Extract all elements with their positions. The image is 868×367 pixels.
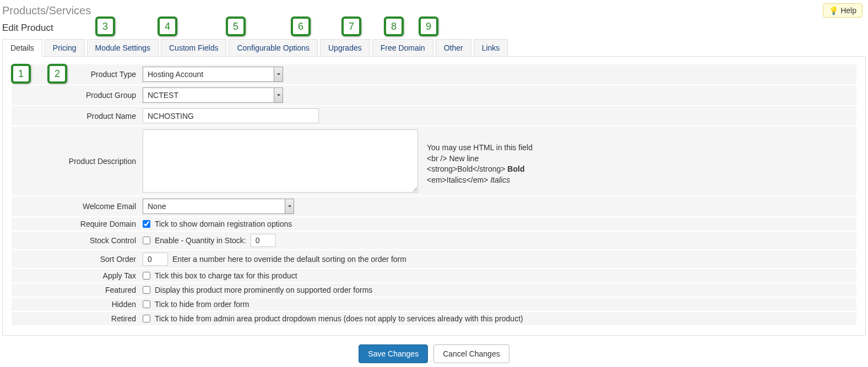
select-welcome-email-value: None bbox=[143, 199, 285, 213]
hint-em-text: Italics bbox=[490, 176, 510, 184]
label-product-name: Product Name bbox=[12, 112, 143, 120]
callout-3: 3 bbox=[95, 17, 115, 36]
lightbulb-icon: 💡 bbox=[829, 6, 838, 15]
row-welcome-email: Welcome Email None bbox=[12, 196, 856, 216]
label-retired: Retired bbox=[12, 314, 143, 323]
callout-5: 5 bbox=[226, 17, 246, 36]
checkbox-retired[interactable] bbox=[143, 315, 150, 322]
hint-br-code: <br /> bbox=[427, 154, 447, 163]
label-product-description: Product Description bbox=[12, 157, 143, 166]
row-sort-order: Sort Order Enter a number here to overri… bbox=[12, 250, 856, 268]
checkbox-hidden[interactable] bbox=[143, 300, 150, 308]
tab-other[interactable]: Other bbox=[436, 39, 471, 57]
row-product-description: Product Description You may use HTML in … bbox=[12, 127, 856, 195]
callout-1: 1 bbox=[11, 64, 31, 84]
input-product-name[interactable] bbox=[143, 108, 319, 123]
textarea-product-description[interactable] bbox=[143, 129, 418, 193]
select-product-group[interactable]: NCTEST bbox=[143, 87, 283, 103]
hint-strong-text: Bold bbox=[507, 165, 524, 173]
footer-buttons: Save Changes Cancel Changes bbox=[0, 336, 868, 367]
hint-em-code: <em>Italics</em> bbox=[427, 176, 488, 184]
label-sort-order: Sort Order bbox=[12, 255, 143, 264]
label-apply-tax: Apply Tax bbox=[12, 271, 143, 280]
checkbox-stock-enable[interactable] bbox=[143, 237, 150, 244]
checkbox-apply-tax[interactable] bbox=[143, 272, 150, 280]
callout-9: 9 bbox=[419, 17, 438, 36]
callout-4: 4 bbox=[158, 17, 177, 36]
chevron-down-icon bbox=[285, 199, 294, 213]
select-welcome-email[interactable]: None bbox=[143, 199, 294, 214]
text-apply-tax: Tick this box to charge tax for this pro… bbox=[155, 271, 297, 280]
callout-7: 7 bbox=[341, 17, 361, 36]
label-require-domain: Require Domain bbox=[12, 220, 143, 228]
description-hint: You may use HTML in this field <br /> Ne… bbox=[427, 129, 533, 185]
input-stock-quantity[interactable] bbox=[251, 234, 276, 247]
tab-pricing[interactable]: Pricing bbox=[45, 39, 85, 57]
hint-strong-code: <strong>Bold</strong> bbox=[427, 165, 505, 173]
select-product-type[interactable]: Hosting Account bbox=[143, 67, 283, 82]
row-stock-control: Stock Control Enable - Quantity in Stock… bbox=[12, 232, 856, 249]
row-retired: Retired Tick to hide from admin area pro… bbox=[12, 312, 856, 325]
row-product-name: Product Name bbox=[12, 106, 856, 125]
text-require-domain: Tick to show domain registration options bbox=[155, 220, 292, 228]
help-label: Help bbox=[840, 6, 856, 15]
row-product-type: Product Type Hosting Account bbox=[12, 64, 856, 84]
tab-details[interactable]: Details bbox=[2, 39, 42, 57]
row-hidden: Hidden Tick to hide from order form bbox=[12, 298, 856, 311]
text-stock-enable: Enable - Quantity in Stock: bbox=[155, 236, 246, 245]
hint-sort-order: Enter a number here to override the defa… bbox=[172, 255, 406, 264]
label-product-group: Product Group bbox=[12, 91, 143, 100]
checkbox-featured[interactable] bbox=[143, 286, 150, 294]
text-hidden: Tick to hide from order form bbox=[155, 300, 249, 309]
label-featured: Featured bbox=[12, 286, 143, 294]
row-featured: Featured Display this product more promi… bbox=[12, 283, 856, 297]
tab-content-details: Product Type Hosting Account Product Gro… bbox=[2, 56, 866, 336]
hint-html-line: You may use HTML in this field bbox=[427, 143, 533, 154]
select-product-type-value: Hosting Account bbox=[143, 67, 274, 81]
callout-6: 6 bbox=[291, 17, 311, 36]
help-button[interactable]: 💡Help bbox=[823, 3, 862, 18]
tabs-bar: Details Pricing Module Settings Custom F… bbox=[0, 39, 868, 57]
row-apply-tax: Apply Tax Tick this box to charge tax fo… bbox=[12, 269, 856, 282]
chevron-down-icon bbox=[274, 88, 283, 102]
save-button[interactable]: Save Changes bbox=[359, 344, 428, 363]
tab-links[interactable]: Links bbox=[474, 39, 508, 57]
label-product-type: Product Type bbox=[12, 70, 143, 79]
tab-custom-fields[interactable]: Custom Fields bbox=[161, 39, 226, 57]
hint-br-text: New line bbox=[449, 154, 479, 163]
chevron-down-icon bbox=[274, 67, 283, 81]
label-hidden: Hidden bbox=[12, 300, 143, 309]
select-product-group-value: NCTEST bbox=[143, 88, 274, 102]
callout-8: 8 bbox=[384, 17, 404, 36]
callout-2: 2 bbox=[47, 64, 67, 84]
text-retired: Tick to hide from admin area product dro… bbox=[155, 314, 523, 323]
label-stock-control: Stock Control bbox=[12, 236, 143, 245]
input-sort-order[interactable] bbox=[143, 253, 168, 266]
tab-module-settings[interactable]: Module Settings bbox=[87, 39, 159, 57]
checkbox-require-domain[interactable] bbox=[143, 220, 150, 228]
row-require-domain: Require Domain Tick to show domain regis… bbox=[12, 217, 856, 231]
tab-configurable-options[interactable]: Configurable Options bbox=[229, 39, 318, 57]
label-welcome-email: Welcome Email bbox=[12, 202, 143, 211]
cancel-button[interactable]: Cancel Changes bbox=[433, 344, 509, 363]
tab-upgrades[interactable]: Upgrades bbox=[320, 39, 370, 57]
tab-free-domain[interactable]: Free Domain bbox=[372, 39, 433, 57]
text-featured: Display this product more prominently on… bbox=[155, 286, 372, 294]
row-product-group: Product Group NCTEST bbox=[12, 85, 856, 105]
